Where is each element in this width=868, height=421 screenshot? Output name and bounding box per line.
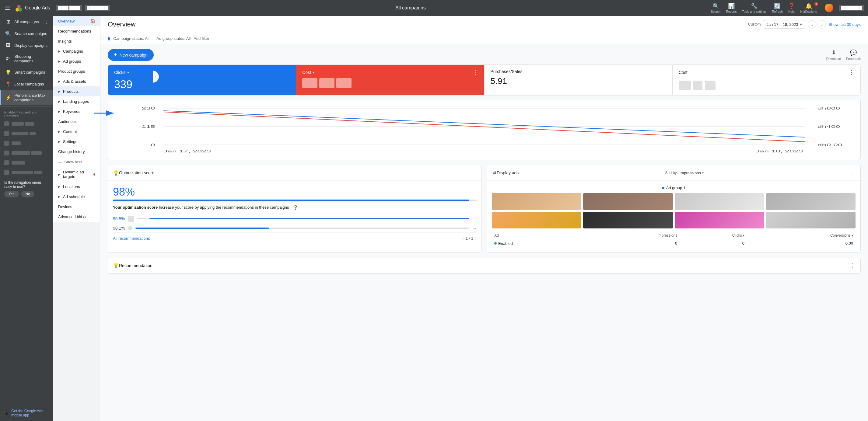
landing-pages-arrow: ▶: [58, 100, 61, 103]
add-filter-button[interactable]: Add filter: [193, 36, 209, 41]
ad-group-status-filter[interactable]: Ad group status: All: [156, 36, 190, 41]
sub-nav-ad-groups[interactable]: ▶ Ad groups: [53, 56, 100, 66]
keywords-label: Keywords: [63, 109, 80, 114]
cost2-more[interactable]: ⋮: [849, 69, 854, 76]
sub-nav-campaigns[interactable]: ▶ Campaigns: [53, 46, 100, 56]
opt-next-button[interactable]: ›: [475, 236, 476, 240]
sub-nav-keywords[interactable]: ▶ Keywords: [53, 106, 100, 117]
ad-thumb-1[interactable]: [492, 193, 581, 210]
download-action[interactable]: ⬇ Download: [826, 49, 841, 61]
sub-nav-content[interactable]: ▶ Content: [53, 127, 100, 137]
opt-prev-button[interactable]: ‹: [462, 236, 464, 240]
chart-svg: 230 115 0 dh800 dh400 dh0.00 Jan 17, 202…: [114, 105, 854, 154]
sub-nav-show-less[interactable]: — Show less: [53, 157, 100, 167]
sort-value: Impressions: [680, 171, 701, 175]
cost-dropdown-icon[interactable]: ▾: [313, 70, 315, 74]
clicks-sort-icon[interactable]: ▾: [743, 234, 744, 237]
ad-group-dot: [662, 187, 664, 189]
get-app-link[interactable]: 📱 Get the Google Ads mobile app: [4, 409, 49, 417]
opt-score-more[interactable]: ⋮: [471, 169, 476, 176]
purchases-stat-card: Purchases/Sales 5.91: [485, 65, 673, 95]
recommendation-more[interactable]: ⋮: [850, 262, 856, 269]
sidebar-item-shopping-campaigns[interactable]: 🛍 Shopping campaigns: [0, 51, 53, 66]
date-next-button[interactable]: ›: [817, 20, 826, 29]
conversions-col-label: Conversions: [830, 233, 851, 237]
ad-thumb-6[interactable]: [583, 212, 673, 228]
cost-blur-2: [319, 78, 335, 88]
ad-thumb-8[interactable]: [766, 212, 856, 228]
sub-nav-products[interactable]: ▶ Products: [53, 87, 100, 96]
download-label: Download: [826, 57, 841, 61]
sub-nav-recommendations[interactable]: Recommendations: [53, 26, 100, 36]
all-recommendations-link[interactable]: All recommendations: [113, 236, 150, 240]
account-chip-2[interactable]: ████████: [85, 5, 110, 11]
feedback-action[interactable]: 💬 Feedback: [846, 49, 861, 61]
new-campaign-button[interactable]: + New campaign: [108, 49, 154, 61]
date-prev-button[interactable]: ‹: [808, 20, 816, 29]
hamburger-menu[interactable]: [4, 5, 11, 11]
svg-text:dh400: dh400: [817, 125, 840, 128]
sidebar-item-display-campaigns[interactable]: 🖼 Display campaigns: [0, 39, 53, 51]
account-chip-top[interactable]: ████████: [839, 5, 864, 11]
sidebar-blurred-5: [0, 158, 53, 168]
search-nav-action[interactable]: 🔍 Search: [711, 3, 721, 13]
feedback-icon: 💬: [850, 49, 857, 56]
no-button[interactable]: No: [21, 191, 34, 197]
blur-6b: [34, 171, 42, 174]
cost-more[interactable]: ⋮: [473, 69, 478, 76]
sidebar-item-local-campaigns[interactable]: 📍 Local campaigns: [0, 78, 53, 90]
notifications-nav-action[interactable]: 🔔 1 Notifications: [800, 3, 817, 13]
opt-item-1-arrow[interactable]: →: [472, 216, 476, 221]
sidebar-item-smart-campaigns[interactable]: 💡 Smart campaigns: [0, 66, 53, 78]
sidebar-item-all-campaigns[interactable]: ⊞ All campaigns ⋮: [0, 16, 53, 28]
ad-thumb-5[interactable]: [492, 212, 581, 228]
display-ads-more[interactable]: ⋮: [850, 169, 856, 176]
tools-nav-action[interactable]: 🔧 Tools and settings: [742, 3, 766, 13]
sub-nav-ad-schedule[interactable]: ▶ Ad schedule: [53, 192, 100, 202]
cost2-blur-2: [693, 80, 703, 90]
notifications-icon: 🔔: [805, 3, 812, 9]
opt-help-icon[interactable]: ❓: [293, 205, 298, 210]
get-app-label: Get the Google Ads mobile app: [11, 409, 49, 417]
reports-nav-action[interactable]: 📊 Reports: [726, 3, 737, 13]
sidebar-kebab[interactable]: ⋮: [44, 19, 49, 25]
date-range-picker[interactable]: Jan 17 – 18, 2023 ▾: [763, 20, 805, 29]
sidebar-item-search-campaigns[interactable]: 🔍 Search campaigns: [0, 28, 53, 39]
chart-area: 230 115 0 dh800 dh400 dh0.00 Jan 17, 202…: [108, 100, 861, 160]
clicks-more[interactable]: ⋮: [284, 69, 290, 76]
sub-nav-dynamic-ad-targets[interactable]: ▶ Dynamic ad targets: [53, 167, 100, 182]
opt-score-pct: 98%: [113, 186, 476, 198]
sub-nav-locations[interactable]: ▶ Locations: [53, 182, 100, 192]
ad-thumb-3[interactable]: [675, 193, 764, 210]
sub-nav-product-groups[interactable]: Product groups: [53, 66, 100, 76]
sub-nav-landing-pages[interactable]: ▶ Landing pages: [53, 96, 100, 106]
account-chip-1[interactable]: ████ ████: [56, 5, 82, 11]
sub-nav-insights[interactable]: Insights: [53, 36, 100, 46]
display-ads-card: 🖥 Display ads Sort by: Impressions ▾ ⋮: [487, 165, 861, 253]
show-last-30-days[interactable]: Show last 30 days: [829, 22, 861, 27]
campaign-status-filter[interactable]: Campaign status: All: [113, 36, 149, 41]
sub-nav-ads-assets[interactable]: ▶ Ads & assets: [53, 76, 100, 87]
sub-nav-audiences[interactable]: Audiences: [53, 117, 100, 127]
sub-nav-change-history[interactable]: Change history: [53, 147, 100, 157]
sub-nav-overview[interactable]: Overview 🏠: [53, 16, 100, 26]
notification-badge: 1: [814, 2, 818, 6]
sub-nav-settings[interactable]: ▶ Settings: [53, 137, 100, 147]
sidebar-item-performance-max[interactable]: ⚡ Performance Max campaigns: [0, 90, 53, 105]
help-nav-action[interactable]: ❓ Help: [788, 3, 795, 13]
ad-thumb-7[interactable]: [675, 212, 764, 228]
sub-nav-advanced-bid[interactable]: Advanced bid adj...: [53, 212, 100, 222]
advanced-bid-label: Advanced bid adj...: [58, 215, 92, 219]
ad-thumb-2[interactable]: [583, 193, 673, 210]
ad-thumb-4[interactable]: [766, 193, 856, 210]
sub-nav-devices[interactable]: Devices: [53, 202, 100, 212]
clicks-dropdown-icon[interactable]: ▾: [127, 70, 129, 74]
user-avatar[interactable]: [825, 4, 833, 12]
conversions-sort-icon[interactable]: ▾: [851, 234, 853, 237]
blur-1b: [25, 122, 34, 126]
yes-button[interactable]: Yes: [4, 191, 19, 197]
opt-item-2-arrow[interactable]: →: [472, 226, 476, 231]
account-info: ████ ████ ████████: [56, 5, 110, 11]
sort-dropdown[interactable]: Impressions ▾: [680, 171, 704, 175]
refresh-nav-action[interactable]: 🔄 Refresh: [772, 3, 783, 13]
